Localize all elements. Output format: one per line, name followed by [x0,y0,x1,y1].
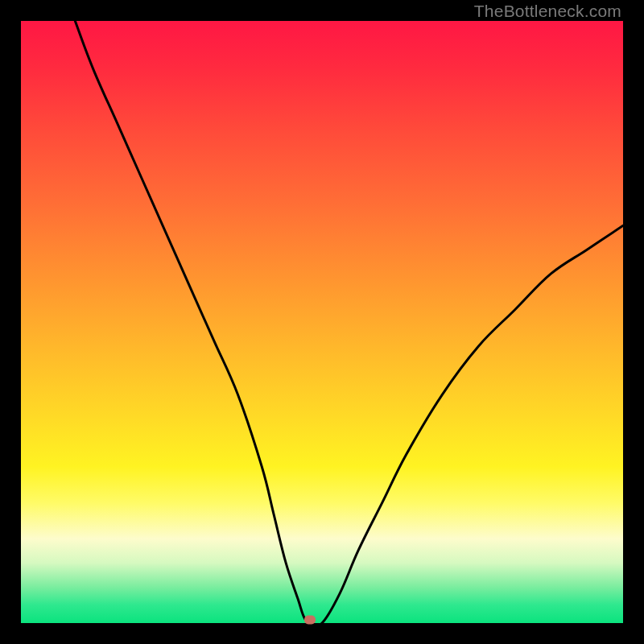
chart-frame: TheBottleneck.com [0,0,644,644]
optimum-marker [304,616,316,625]
bottleneck-curve [21,21,623,623]
plot-area [21,21,623,623]
watermark-text: TheBottleneck.com [474,2,621,21]
